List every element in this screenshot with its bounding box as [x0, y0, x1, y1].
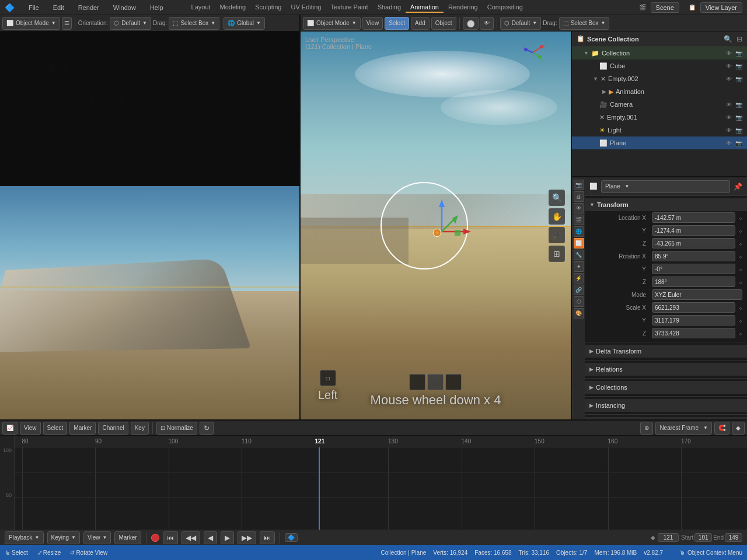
bottom-left-viewport[interactable]: RRCG 人人素材 — [0, 186, 299, 419]
view-btn[interactable]: View — [362, 17, 383, 30]
prop-tab-data[interactable]: ⬡ — [574, 296, 584, 307]
pivot-dropdown-left[interactable]: 🌐 Global ▼ — [224, 17, 265, 30]
location-x-value[interactable]: -142.57 m — [652, 212, 735, 223]
prop-tab-particles[interactable]: ✦ — [574, 261, 584, 272]
drag-dropdown-right[interactable]: ⬚ Select Box ▼ — [559, 17, 610, 30]
location-z-value[interactable]: -43.265 m — [652, 238, 735, 249]
marker-btn[interactable]: Marker — [69, 422, 96, 435]
interpolation-dropdown[interactable]: Nearest Frame ▼ — [655, 422, 712, 435]
collection-vis[interactable]: 👁 — [726, 50, 732, 57]
select-timeline-btn[interactable]: Select — [43, 422, 68, 435]
location-y-value[interactable]: -1274.4 m — [652, 225, 735, 236]
location-z-keyframe[interactable]: ⬦ — [739, 240, 742, 247]
rotation-x-value[interactable]: 85.9° — [652, 251, 735, 261]
viewport-shading-solid[interactable]: ⬤ — [463, 17, 479, 30]
timeline-main-area[interactable]: 80 90 100 110 121 130 140 150 160 170 — [15, 436, 747, 530]
scale-y-keyframe[interactable]: ⬦ — [739, 317, 742, 324]
menu-edit[interactable]: Edit — [51, 3, 67, 12]
next-keyframe-btn[interactable]: ▶▶ — [238, 531, 256, 544]
camera-icon-btn[interactable]: 🎥 — [549, 227, 565, 243]
scale-z-keyframe[interactable]: ⬦ — [739, 330, 742, 337]
outliner-collection[interactable]: ▼ 📁 Collection 👁 📷 — [572, 47, 747, 60]
playback-menu[interactable]: Playback ▼ — [5, 531, 44, 544]
outliner-empty001[interactable]: ▶ ✕ Empty.001 👁 📷 — [572, 111, 747, 124]
plane-vis[interactable]: 👁 — [726, 140, 732, 146]
prop-object-dropdown[interactable]: Plane ▼ — [601, 180, 730, 193]
prop-tab-world[interactable]: 🌐 — [574, 226, 584, 237]
prop-tab-constraints[interactable]: 🔗 — [574, 285, 584, 295]
keying-menu[interactable]: Keying ▼ — [47, 531, 81, 544]
object-mode-right[interactable]: ⬜ Object Mode ▼ — [303, 17, 361, 30]
menu-help[interactable]: Help — [148, 3, 166, 12]
marker-btn-playback[interactable]: Marker — [114, 531, 141, 544]
workspace-shading[interactable]: Shading — [373, 2, 406, 13]
workspace-uv[interactable]: UV Editing — [286, 2, 326, 13]
channel-btn[interactable]: Channel — [98, 422, 128, 435]
outliner-light[interactable]: ▶ ☀ Light 👁 📷 — [572, 124, 747, 136]
prop-tab-view[interactable]: 👁 — [574, 203, 584, 214]
rotation-y-value[interactable]: -0° — [652, 264, 735, 274]
outliner-animation[interactable]: ▶ ▶ Animation — [572, 85, 747, 98]
camera-vis[interactable]: 👁 — [726, 102, 732, 108]
scene-name[interactable]: Scene — [651, 2, 679, 13]
record-btn[interactable] — [151, 534, 159, 542]
view-layer-name[interactable]: View Layer — [700, 2, 742, 13]
jump-end-btn[interactable]: ⏭ — [260, 531, 275, 544]
workspace-rendering[interactable]: Rendering — [444, 2, 483, 13]
prev-keyframe-btn[interactable]: ◀◀ — [181, 531, 200, 544]
cube-render[interactable]: 📷 — [735, 63, 742, 69]
add-btn[interactable]: Add — [411, 17, 430, 30]
key-btn[interactable]: Key — [131, 422, 149, 435]
pan-icon-btn[interactable]: ✋ — [549, 208, 565, 225]
menu-toggle-left[interactable]: ☰ — [62, 17, 72, 30]
workspace-compositing[interactable]: Compositing — [483, 2, 528, 13]
outliner-empty002[interactable]: ▼ ✕ Empty.002 👁 📷 — [572, 72, 747, 85]
blender-logo-btn[interactable]: 🔷 — [285, 533, 298, 542]
normalize-btn[interactable]: ⊡ Normalize — [156, 422, 197, 435]
collection-render[interactable]: 📷 — [735, 50, 742, 57]
empty002-vis[interactable]: 👁 — [726, 76, 732, 82]
prop-tab-render[interactable]: 📷 — [574, 180, 584, 190]
prop-tab-material[interactable]: 🎨 — [574, 308, 584, 318]
play-reverse-btn[interactable]: ◀ — [204, 531, 217, 544]
prop-tab-object[interactable]: ⬜ — [574, 238, 584, 249]
relations-header[interactable]: ▶ Relations — [585, 363, 747, 376]
scale-x-keyframe[interactable]: ⬦ — [739, 304, 742, 311]
cube-vis[interactable]: 👁 — [726, 63, 732, 69]
workspace-modeling[interactable]: Modeling — [215, 2, 251, 13]
drag-dropdown-left[interactable]: ⬚ Select Box ▼ — [169, 17, 219, 30]
workspace-layout[interactable]: Layout — [187, 2, 215, 13]
end-frame-input[interactable]: 149 — [725, 533, 742, 542]
refresh-btn[interactable]: ↻ — [200, 422, 214, 435]
prop-tab-physics[interactable]: ⚡ — [574, 273, 584, 284]
outliner-filter-btn[interactable]: 🔍 — [724, 35, 732, 43]
view-timeline-btn[interactable]: View — [20, 422, 41, 435]
menu-window[interactable]: Window — [111, 3, 138, 12]
empty001-render[interactable]: 📷 — [735, 114, 742, 121]
select-btn[interactable]: Select — [385, 17, 409, 30]
rotation-y-keyframe[interactable]: ⬦ — [739, 266, 742, 272]
prop-tab-output[interactable]: 🖨 — [574, 191, 584, 202]
workspace-animation[interactable]: Animation — [406, 2, 444, 13]
zoom-icon-btn[interactable]: 🔍 — [549, 190, 565, 206]
rotation-mode-value[interactable]: XYZ Euler — [652, 289, 742, 300]
location-y-keyframe[interactable]: ⬦ — [739, 228, 742, 234]
empty001-vis[interactable]: 👁 — [726, 114, 732, 121]
orientation-dropdown-left[interactable]: ⬡ Default ▼ — [110, 17, 151, 30]
workspace-texture[interactable]: Texture Paint — [326, 2, 372, 13]
viewport-overlay-btn[interactable]: 👁 — [480, 17, 494, 30]
object-mode-left[interactable]: ⬜ Object Mode ▼ — [2, 17, 60, 30]
camera-render[interactable]: 📷 — [735, 102, 742, 108]
current-frame-input[interactable]: 121 — [658, 533, 679, 542]
outliner-camera[interactable]: ▶ 🎥 Camera 👁 📷 — [572, 98, 747, 111]
start-frame-input[interactable]: 101 — [694, 533, 712, 542]
light-vis[interactable]: 👁 — [726, 127, 732, 134]
transform-header[interactable]: ▼ Transform — [585, 198, 747, 211]
instancing-header[interactable]: ▶ Instancing — [585, 399, 747, 412]
keyframe-type-btn[interactable]: ◆ — [732, 422, 745, 435]
sync-btn[interactable]: ⊕ — [640, 422, 653, 435]
jump-start-btn[interactable]: ⏮ — [163, 531, 178, 544]
light-render[interactable]: 📷 — [735, 127, 742, 134]
grid-icon-btn[interactable]: ⊞ — [549, 246, 565, 262]
menu-file[interactable]: File — [26, 3, 41, 12]
